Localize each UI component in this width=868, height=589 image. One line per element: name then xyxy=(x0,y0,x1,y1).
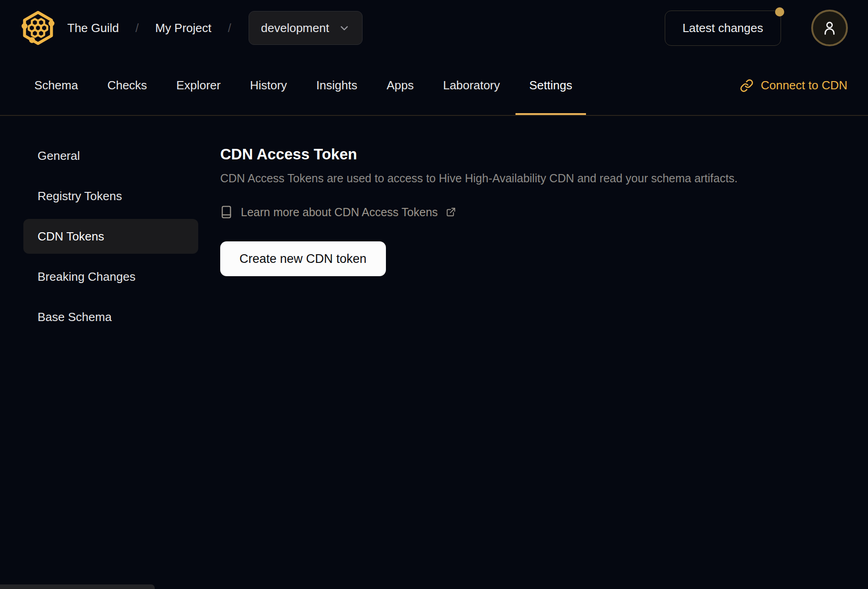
tab-checks[interactable]: Checks xyxy=(93,56,161,115)
learn-more-link[interactable]: Learn more about CDN Access Tokens xyxy=(220,205,456,219)
sidebar-item-breaking-changes[interactable]: Breaking Changes xyxy=(23,259,198,294)
learn-more-label: Learn more about CDN Access Tokens xyxy=(241,206,438,219)
chevron-down-icon xyxy=(338,22,350,34)
guild-logo-icon[interactable] xyxy=(21,11,55,45)
bottom-overlay-bar xyxy=(0,584,155,589)
page-title: CDN Access Token xyxy=(220,144,850,164)
external-link-icon xyxy=(446,207,456,217)
tab-list: Schema Checks Explorer History Insights … xyxy=(21,56,586,115)
breadcrumb-separator: / xyxy=(228,21,231,35)
user-icon xyxy=(821,19,838,37)
connect-to-cdn-label: Connect to CDN xyxy=(761,78,847,93)
user-menu-button[interactable] xyxy=(811,10,848,46)
tab-settings[interactable]: Settings xyxy=(515,56,586,115)
tab-laboratory[interactable]: Laboratory xyxy=(429,56,514,115)
page-body: General Registry Tokens CDN Tokens Break… xyxy=(0,116,868,334)
breadcrumb-project[interactable]: My Project xyxy=(155,21,212,35)
tabbar: Schema Checks Explorer History Insights … xyxy=(0,56,868,116)
sidebar-item-cdn-tokens[interactable]: CDN Tokens xyxy=(23,219,198,254)
breadcrumb: The Guild / My Project / xyxy=(67,21,231,35)
tab-schema[interactable]: Schema xyxy=(21,56,92,115)
sidebar-item-general[interactable]: General xyxy=(23,138,198,173)
topbar: The Guild / My Project / development Lat… xyxy=(0,0,868,56)
notification-dot-icon xyxy=(775,7,784,16)
link-chain-icon xyxy=(740,79,754,93)
target-selector-value: development xyxy=(261,21,329,35)
tab-explorer[interactable]: Explorer xyxy=(163,56,234,115)
create-cdn-token-button[interactable]: Create new CDN token xyxy=(220,241,386,276)
settings-sidebar: General Registry Tokens CDN Tokens Break… xyxy=(0,116,200,334)
sidebar-item-base-schema[interactable]: Base Schema xyxy=(23,300,198,334)
target-selector[interactable]: development xyxy=(249,11,363,45)
app-root: The Guild / My Project / development Lat… xyxy=(0,0,868,589)
book-icon xyxy=(220,205,233,219)
breadcrumb-organization[interactable]: The Guild xyxy=(67,21,119,35)
latest-changes-button[interactable]: Latest changes xyxy=(665,11,781,46)
tab-history[interactable]: History xyxy=(236,56,301,115)
breadcrumb-separator: / xyxy=(136,21,139,35)
page-description: CDN Access Tokens are used to access to … xyxy=(220,171,850,185)
tab-insights[interactable]: Insights xyxy=(303,56,371,115)
latest-changes-label: Latest changes xyxy=(683,21,763,35)
sidebar-item-registry-tokens[interactable]: Registry Tokens xyxy=(23,179,198,213)
main-content: CDN Access Token CDN Access Tokens are u… xyxy=(200,116,868,334)
connect-to-cdn-link[interactable]: Connect to CDN xyxy=(740,56,847,115)
tab-apps[interactable]: Apps xyxy=(373,56,427,115)
